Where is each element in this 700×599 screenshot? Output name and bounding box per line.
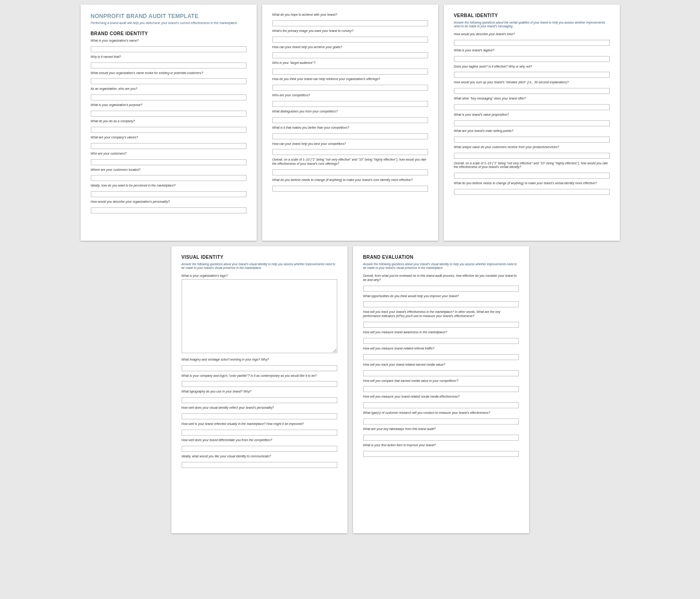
section-sub-eval: Answer the following questions about you…: [363, 262, 519, 270]
q-label: How would you sum up your brand's "eleva…: [454, 81, 610, 85]
q-label: Overall, from what you've reviewed on in…: [363, 274, 519, 282]
q-input-logo[interactable]: [182, 279, 337, 353]
document-container: NONPROFIT BRAND AUDIT TEMPLATE Performin…: [5, 5, 695, 533]
q-label: How would you describe your brand's tone…: [454, 32, 610, 37]
q-input[interactable]: [91, 175, 246, 181]
q-label: How will you measure brand-related refer…: [363, 347, 519, 351]
q-label: As an organization, who are you?: [91, 87, 246, 91]
q-input[interactable]: [182, 413, 337, 419]
q-label: What typography do you use in your brand…: [182, 390, 337, 394]
q-label: What are your brand's main selling point…: [454, 129, 610, 133]
q-label: What's the primary image you want your b…: [272, 29, 428, 33]
q-label: Who are your customers?: [91, 152, 246, 156]
q-label: How well does your brand differentiate y…: [182, 438, 337, 443]
q-label: Who are your competitors?: [272, 94, 428, 98]
q-input[interactable]: [454, 137, 610, 143]
q-input[interactable]: [91, 46, 246, 52]
q-label: Does your tagline work? Is it effective?…: [454, 65, 610, 69]
q-label: What is your company and logo's "color p…: [182, 374, 337, 378]
q-label: How will you track your brand-related ea…: [363, 363, 519, 367]
q-input[interactable]: [182, 381, 337, 387]
q-input[interactable]: [363, 354, 519, 360]
q-input[interactable]: [91, 94, 246, 100]
q-input[interactable]: [454, 173, 610, 179]
q-input[interactable]: [272, 37, 428, 43]
q-input[interactable]: [272, 133, 428, 139]
q-input[interactable]: [454, 189, 610, 195]
q-label: Ideally, what would you like your visual…: [182, 455, 337, 459]
q-input[interactable]: [454, 72, 610, 78]
page-1: NONPROFIT BRAND AUDIT TEMPLATE Performin…: [81, 5, 257, 241]
document-title: NONPROFIT BRAND AUDIT TEMPLATE: [91, 13, 246, 19]
q-label: What is your brand's tagline?: [454, 49, 610, 53]
q-label: What do you do as a company?: [91, 119, 246, 124]
q-input[interactable]: [363, 435, 519, 441]
q-label: What type(s) of customer research will y…: [363, 411, 519, 415]
q-input[interactable]: [272, 169, 428, 175]
q-input[interactable]: [363, 386, 519, 392]
q-input[interactable]: [272, 20, 428, 26]
section-title-visual: VISUAL IDENTITY: [182, 255, 337, 260]
q-label: How will you measure your brand-related …: [363, 395, 519, 399]
q-input[interactable]: [272, 69, 428, 75]
q-input[interactable]: [363, 338, 519, 344]
q-input[interactable]: [91, 159, 246, 165]
q-input[interactable]: [91, 191, 246, 197]
q-label: What are your company's values?: [91, 136, 246, 140]
q-input[interactable]: [272, 85, 428, 91]
q-label: Who is your "target audience"?: [272, 61, 428, 65]
q-input[interactable]: [91, 207, 246, 213]
q-label: What is your organization's logo?: [182, 274, 337, 278]
q-input[interactable]: [454, 104, 610, 110]
q-input[interactable]: [272, 149, 428, 155]
q-label: How can your brand help you achieve your…: [272, 45, 428, 50]
q-label: How do you think your brand can help rei…: [272, 77, 428, 81]
q-input[interactable]: [272, 117, 428, 123]
q-input[interactable]: [363, 451, 519, 457]
q-label: What do you hope to achieve with your br…: [272, 13, 428, 17]
q-input[interactable]: [363, 322, 519, 328]
q-input[interactable]: [454, 120, 610, 126]
q-input[interactable]: [182, 397, 337, 403]
q-label: Overall, on a scale of 1–10 ("1" being "…: [272, 158, 428, 166]
q-input[interactable]: [363, 418, 519, 424]
q-input[interactable]: [454, 88, 610, 94]
q-label: How would you describe your organization…: [91, 200, 246, 204]
q-label: What distinguishes you from your competi…: [272, 110, 428, 114]
q-input[interactable]: [182, 462, 337, 468]
q-input[interactable]: [272, 101, 428, 107]
q-label: How will you track your brand's effectiv…: [363, 310, 519, 318]
q-input[interactable]: [363, 286, 519, 292]
q-input[interactable]: [91, 62, 246, 69]
q-label: What are your key takeaways from this br…: [363, 427, 519, 431]
q-input[interactable]: [272, 52, 428, 58]
q-label: What is your first action item to improv…: [363, 443, 519, 448]
q-label: What is your brand's value proposition?: [454, 113, 610, 117]
q-input[interactable]: [91, 127, 246, 133]
section-sub-visual: Answer the following questions about you…: [182, 262, 337, 270]
q-label: What do you believe needs to change (if …: [272, 178, 428, 182]
section-title-verbal: VERBAL IDENTITY: [454, 13, 610, 18]
section-title-eval: BRAND EVALUATION: [363, 255, 519, 260]
q-input[interactable]: [272, 186, 428, 192]
q-input[interactable]: [363, 301, 519, 307]
q-input[interactable]: [454, 56, 610, 62]
q-input[interactable]: [182, 430, 337, 436]
q-input[interactable]: [363, 370, 519, 376]
page-2: What do you hope to achieve with your br…: [262, 5, 438, 241]
q-input[interactable]: [91, 111, 246, 117]
q-label: Overall, on a scale of 1–10 ("1" being "…: [454, 162, 610, 170]
page-5: BRAND EVALUATION Answer the following qu…: [353, 246, 529, 533]
q-input[interactable]: [182, 446, 337, 452]
q-input[interactable]: [363, 402, 519, 408]
q-label: What is it that makes you better than yo…: [272, 126, 428, 130]
q-input[interactable]: [454, 40, 610, 46]
q-label: What imagery and verbiage is/isn't worki…: [182, 358, 337, 362]
q-label: What do you believe needs to change (if …: [454, 181, 610, 186]
q-input[interactable]: [454, 153, 610, 159]
page-row-1: NONPROFIT BRAND AUDIT TEMPLATE Performin…: [5, 5, 695, 241]
q-input[interactable]: [91, 143, 246, 149]
q-input[interactable]: [91, 78, 246, 84]
q-label: What unique value do your customers rece…: [454, 145, 610, 150]
q-input[interactable]: [182, 365, 337, 371]
